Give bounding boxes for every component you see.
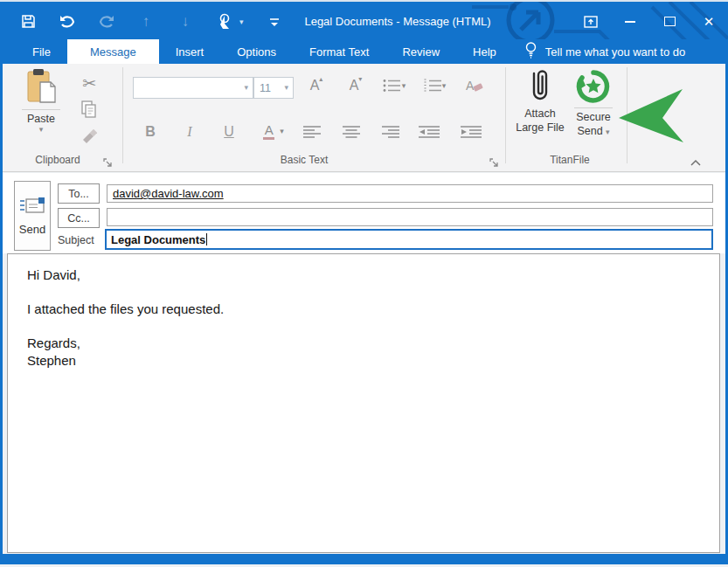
grow-font-button[interactable]: A ▴ (302, 76, 330, 95)
to-field-value: david@david-law.com (113, 187, 224, 200)
body-line (27, 318, 224, 335)
body-line: I attached the files you requested. (27, 301, 224, 318)
underline-button[interactable]: U (217, 122, 241, 142)
tell-me-label: Tell me what you want to do (545, 45, 685, 59)
ribbon: Paste ▾ ✂ Clipboard ▾ 1 (0, 64, 728, 172)
subject-label: Subject (58, 234, 94, 246)
tab-message[interactable]: Message (67, 39, 159, 64)
font-color-caret-icon[interactable]: ▾ (280, 128, 284, 135)
ribbon-tab-row: File Message Insert Options Format Text … (0, 39, 728, 64)
window-controls: ✕ (584, 2, 716, 41)
cc-field[interactable] (107, 208, 713, 226)
increase-indent-button[interactable] (456, 122, 486, 142)
titanfile-secure-send-icon (575, 68, 612, 105)
body-line: Hi David, (27, 266, 224, 284)
clear-formatting-button[interactable]: A (461, 76, 489, 95)
text-cursor (206, 233, 207, 245)
touch-mode-caret-icon[interactable]: ▾ (239, 17, 244, 26)
copy-button[interactable] (79, 100, 100, 119)
font-name-caret-icon[interactable]: ▾ (244, 84, 253, 92)
numbering-button[interactable]: ▾ (417, 76, 452, 95)
send-envelope-icon (19, 197, 45, 216)
quick-access-toolbar: ↑ ↓ ▾ (19, 2, 283, 41)
align-center-button[interactable] (338, 122, 364, 142)
close-button[interactable]: ✕ (702, 15, 716, 29)
tell-me-box[interactable]: Tell me what you want to do (525, 39, 685, 64)
bold-button[interactable]: B (138, 122, 163, 142)
font-color-button[interactable]: A ▾ (255, 121, 292, 141)
paste-button[interactable]: Paste ▾ (14, 68, 68, 134)
group-separator (505, 67, 506, 163)
basic-text-group-label: Basic Text (218, 154, 390, 166)
paste-split-divider (22, 109, 60, 110)
basic-text-dialog-launcher[interactable] (489, 156, 500, 166)
numbering-caret-icon[interactable]: ▾ (442, 82, 447, 90)
outlook-message-window: ↑ ↓ ▾ Legal Documents - Message (HTML) ✕… (0, 0, 728, 567)
minimize-button[interactable] (623, 15, 637, 29)
save-icon[interactable] (19, 13, 37, 31)
shrink-font-button[interactable]: A ▾ (342, 76, 370, 95)
body-line (27, 284, 224, 301)
lightbulb-icon (525, 42, 537, 61)
window-title: Legal Documents - Message (HTML) (304, 2, 490, 41)
maximize-button[interactable] (662, 15, 676, 29)
format-painter-button[interactable] (79, 127, 100, 146)
customize-qat-icon[interactable] (266, 13, 283, 31)
message-body-text: Hi David, I attached the files you reque… (27, 266, 224, 369)
titanfile-group-label: TitanFile (528, 154, 612, 166)
paste-label: Paste (27, 112, 55, 126)
numbering-icon (423, 79, 442, 93)
tab-options[interactable]: Options (220, 39, 293, 64)
shrink-font-icon: A (350, 79, 359, 93)
previous-item-icon[interactable]: ↑ (137, 13, 155, 31)
clipboard-group-label: Clipboard (17, 154, 98, 166)
align-right-button[interactable] (378, 122, 404, 142)
italic-button[interactable]: I (177, 122, 202, 142)
paperclip-icon (525, 68, 555, 107)
font-name-combobox[interactable]: ▾ (133, 77, 253, 99)
tab-format-text[interactable]: Format Text (293, 39, 385, 64)
message-header-panel: Send To... Cc... Subject david@david-law… (0, 173, 728, 253)
cc-button[interactable]: Cc... (58, 208, 100, 228)
secure-send-button[interactable]: Secure Send ▾ (568, 68, 619, 138)
tab-insert[interactable]: Insert (159, 39, 221, 64)
to-button[interactable]: To... (58, 183, 100, 204)
cut-button[interactable]: ✂ (79, 73, 100, 93)
paste-caret-icon[interactable]: ▾ (39, 126, 44, 134)
font-size-combobox[interactable]: 11 ▾ (253, 77, 294, 99)
bullets-button[interactable]: ▾ (378, 76, 411, 95)
bullets-icon (383, 79, 402, 93)
subject-field-value: Legal Documents (111, 233, 205, 246)
tab-file[interactable]: File (16, 39, 67, 64)
body-line: Regards, (27, 335, 224, 352)
align-left-button[interactable] (299, 122, 325, 142)
tab-help[interactable]: Help (456, 39, 513, 64)
window-border-left (0, 64, 3, 554)
undo-icon[interactable] (59, 13, 76, 31)
ribbon-display-options-icon[interactable] (584, 15, 598, 29)
decrease-indent-button[interactable] (414, 122, 444, 142)
send-label: Send (19, 223, 45, 236)
callout-arrow-icon (617, 86, 685, 144)
clipboard-dialog-launcher[interactable] (103, 156, 114, 166)
attach-large-file-label-line1: Attach (524, 107, 555, 121)
send-button[interactable]: Send (14, 181, 51, 251)
bullets-caret-icon[interactable]: ▾ (402, 82, 406, 90)
font-size-caret-icon[interactable]: ▾ (284, 84, 293, 92)
subject-field[interactable]: Legal Documents (105, 229, 713, 250)
message-body-editor[interactable]: Hi David, I attached the files you reque… (7, 253, 720, 553)
svg-text:A: A (466, 79, 475, 93)
shrink-font-caret-icon: ▾ (358, 76, 362, 83)
next-item-icon[interactable]: ↓ (177, 13, 194, 31)
secure-send-caret-icon[interactable]: ▾ (606, 128, 610, 136)
attach-large-file-button[interactable]: Attach Large File (512, 68, 568, 135)
collapse-ribbon-icon[interactable] (690, 154, 701, 169)
secure-send-label-line1: Secure (576, 110, 611, 124)
copy-icon (81, 100, 97, 118)
to-field[interactable]: david@david-law.com (107, 184, 713, 203)
attach-large-file-label-line2: Large File (516, 121, 565, 135)
touch-mouse-mode-icon[interactable] (216, 13, 233, 31)
redo-icon[interactable] (98, 13, 115, 31)
tab-review[interactable]: Review (385, 39, 456, 64)
group-separator (122, 67, 123, 163)
